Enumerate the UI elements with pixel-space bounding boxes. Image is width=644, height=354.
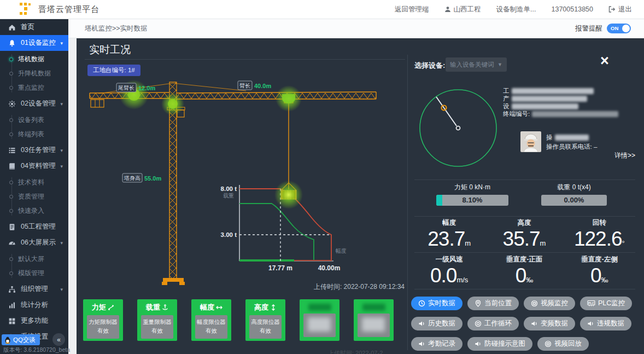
logout-icon <box>608 6 616 13</box>
logout-link[interactable]: 退出 <box>608 5 632 14</box>
limiter-status: 幅度限位器有效 <box>195 315 227 339</box>
sidebar-item-task-mgmt[interactable]: 03任务管理 ▾ <box>0 142 68 158</box>
close-button[interactable]: × <box>600 54 609 68</box>
speaker-icon <box>475 340 482 347</box>
metric-vertical-front: 垂直度-正面 0‰ <box>487 255 561 288</box>
video-playback-button[interactable]: 视频回放 <box>537 337 589 351</box>
redacted-text <box>555 135 589 141</box>
device-select[interactable]: 输入设备关键词 ▼ <box>446 57 507 72</box>
home-icon <box>8 24 16 31</box>
operator-phone: 操作员联系电话: – <box>546 143 597 151</box>
back-to-admin-link[interactable]: 返回管理端 <box>395 5 429 14</box>
current-location-button[interactable]: 当前位置 <box>467 297 519 310</box>
chevron-down-icon: ▾ <box>60 164 63 169</box>
sidebar-item-device-monitor[interactable]: 01设备监控 ▾ <box>0 35 68 51</box>
location-pin-icon <box>475 300 482 307</box>
limiter-status-redacted <box>303 314 336 337</box>
sidebar-item-bigscreen[interactable]: 06大屏展示 ▾ <box>0 235 68 251</box>
divider <box>414 252 635 253</box>
brand: 晋塔云管理平台 <box>20 3 99 16</box>
attendance-record-button[interactable]: 考勤记录 <box>411 337 462 351</box>
details-link[interactable]: 详情>> <box>614 151 635 160</box>
hook-icon <box>162 304 168 311</box>
history-data-button[interactable]: 历史数据 <box>411 317 462 330</box>
limiter-load: 载重 重量限制器有效 <box>137 299 177 341</box>
radio-dot-icon <box>9 132 13 136</box>
chevron-down-icon: ▾ <box>60 287 63 292</box>
radio-dot-icon <box>9 57 13 61</box>
sidebar-item-home[interactable]: 首页 <box>0 19 68 35</box>
chevron-down-icon: ▾ <box>60 240 63 246</box>
sidebar-item-terminal-list[interactable]: 终端列表 <box>0 127 68 141</box>
metric-rotation: 回转 122.6° <box>562 218 637 251</box>
sidebar-item-doc-mgmt[interactable]: 04资料管理 ▾ <box>0 158 68 174</box>
sidebar-item-template-mgmt[interactable]: 模版管理 <box>0 266 68 280</box>
limiter-status: 力矩限制器有效 <box>87 315 119 339</box>
jib-label: 臂长 <box>239 83 250 89</box>
gear-icon <box>8 100 16 108</box>
speaker-icon <box>531 320 538 327</box>
metrics-row-2: 一级风速 0.0m/s 垂直度-正面 0‰ 垂直度-左侧 0‰ <box>412 255 637 288</box>
sidebar-item-org-mgmt[interactable]: 组织管理 ▾ <box>0 281 68 297</box>
phone-number: 13700513850 <box>552 5 593 13</box>
sidebar-item-default-screen[interactable]: 默认大屏 <box>0 252 68 266</box>
device-mgmt-submenu: 设备列表 终端列表 <box>0 112 68 142</box>
current-user[interactable]: 山西工程 <box>444 5 481 14</box>
sidebar-item-tower-data[interactable]: 塔机数据 <box>0 52 68 66</box>
sidebar-item-stats[interactable]: 统计分析 <box>0 297 68 313</box>
alarm-toggle[interactable]: ON <box>607 24 631 33</box>
operator-info: 操 操作员联系电话: – <box>546 133 597 152</box>
redacted-text <box>512 103 578 109</box>
sidebar-item-device-mgmt[interactable]: 02设备管理 ▾ <box>0 96 68 112</box>
scale-icon <box>108 304 114 311</box>
redacted-title <box>362 304 385 311</box>
sidebar-item-key-monitor[interactable]: 重点监控 <box>0 80 68 95</box>
toggle-knob <box>622 25 630 32</box>
moment-label: 力矩 0 kN·m <box>436 183 508 192</box>
chevron-down-icon: ▾ <box>60 101 63 107</box>
limiter-status: 高度限位器有效 <box>249 315 282 339</box>
qq-penguin-icon <box>4 336 11 344</box>
app-root: 晋塔云管理平台 返回管理端 山西工程 设备制造单... 13700513850 … <box>0 0 644 354</box>
counterweight <box>91 100 104 107</box>
video-monitor-button[interactable]: 视频监控 <box>524 297 575 310</box>
work-cycle-button[interactable]: 工作循环 <box>467 317 519 330</box>
qq-chat-button[interactable]: QQ交谈 <box>2 334 40 345</box>
metric-height: 高度 35.7m <box>487 218 561 251</box>
violation-data-button[interactable]: 违规数据 <box>580 317 631 330</box>
chevron-down-icon: ▾ <box>60 40 63 46</box>
crane-svg: 8.00 t 载重 3.00 t 17.77 m 40.00m 幅度 <box>77 55 413 298</box>
radio-dot-icon <box>9 181 13 184</box>
speaker-icon <box>587 320 594 327</box>
plc-monitor-button[interactable]: PLC PLC监控 <box>580 297 632 310</box>
upload-time-partial: 上传时间: 2022-07-2 <box>328 349 407 354</box>
divider <box>414 216 635 217</box>
load-progress-group: 载重 0 t(x4) 0.00% <box>541 183 607 206</box>
y-tick-max: 8.00 t <box>221 185 237 192</box>
anti-collision-button[interactable]: 防碰撞示意图 <box>467 337 532 351</box>
sidebar-item-project-mgmt[interactable]: 05工程管理 <box>0 219 68 235</box>
sidebar-item-device-list[interactable]: 设备列表 <box>0 113 68 127</box>
frequency-data-button[interactable]: 变频数据 <box>524 317 575 330</box>
jib-value: 40.0m <box>254 83 271 89</box>
tower-height-value: 55.0m <box>144 175 161 182</box>
button-row-3: 考勤记录 防碰撞示意图 视频回放 <box>411 337 589 351</box>
sidebar-item-quick-entry[interactable]: 快速录入 <box>0 204 68 218</box>
sidebar-item-tech-docs[interactable]: 技术资料 <box>0 175 68 189</box>
jib-direction-needle <box>436 97 456 126</box>
sidebar-footer: QQ交谈 « <box>0 333 68 346</box>
target-icon <box>475 320 482 327</box>
sidebar-item-more-features[interactable]: 更多功能 <box>0 313 68 329</box>
breadcrumb-bar: 塔机监控>>实时数据 报警提醒 ON <box>68 19 644 38</box>
realtime-data-button[interactable]: 实时数据 <box>411 297 462 310</box>
upload-time: 上传时间: 2022-07-28 09:12:34 <box>241 282 405 292</box>
breadcrumb: 塔机监控>>实时数据 <box>85 24 148 33</box>
manufacturer-link[interactable]: 设备制造单... <box>496 5 536 14</box>
redacted-text <box>512 96 587 102</box>
sidebar-item-qualification-mgmt[interactable]: 资质管理 <box>0 189 68 204</box>
radio-dot-icon <box>9 72 13 76</box>
metric-wind-speed: 一级风速 0.0m/s <box>412 255 487 288</box>
speaker-icon <box>418 340 425 347</box>
sidebar-collapse-button[interactable]: « <box>52 333 65 346</box>
sidebar-item-hoist-data[interactable]: 升降机数据 <box>0 66 68 80</box>
